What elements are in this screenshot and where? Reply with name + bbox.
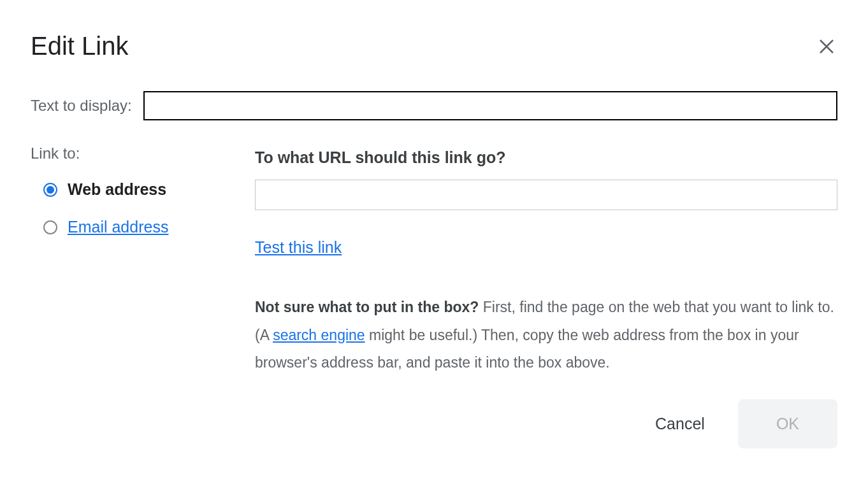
text-to-display-row: Text to display:: [31, 91, 837, 120]
radio-email-address[interactable]: Email address: [43, 218, 255, 236]
dialog-header: Edit Link: [31, 32, 837, 61]
edit-link-dialog: Edit Link Text to display: Link to: Web …: [0, 0, 868, 403]
ok-button[interactable]: OK: [738, 399, 837, 448]
close-icon: [817, 37, 836, 56]
url-input[interactable]: [255, 180, 837, 210]
dialog-title: Edit Link: [31, 32, 128, 61]
close-button[interactable]: [816, 36, 837, 57]
radio-label-web-address: Web address: [68, 180, 166, 199]
link-to-column: Link to: Web address Email address: [31, 145, 255, 377]
radio-icon-unselected: [43, 220, 57, 234]
text-to-display-input[interactable]: [143, 91, 837, 120]
url-question-label: To what URL should this link go?: [255, 148, 837, 167]
test-this-link[interactable]: Test this link: [255, 238, 342, 257]
help-text: Not sure what to put in the box? First, …: [255, 294, 837, 377]
dialog-footer: Cancel OK: [653, 399, 837, 448]
radio-icon-selected: [43, 183, 57, 197]
cancel-button[interactable]: Cancel: [653, 410, 707, 438]
radio-label-email-address: Email address: [68, 218, 168, 236]
link-to-label: Link to:: [31, 145, 255, 162]
help-bold-text: Not sure what to put in the box?: [255, 299, 479, 315]
url-column: To what URL should this link go? Test th…: [255, 145, 837, 377]
search-engine-link[interactable]: search engine: [273, 327, 365, 343]
main-content: Link to: Web address Email address To wh…: [31, 145, 837, 377]
radio-web-address[interactable]: Web address: [43, 180, 255, 199]
text-to-display-label: Text to display:: [31, 97, 132, 115]
